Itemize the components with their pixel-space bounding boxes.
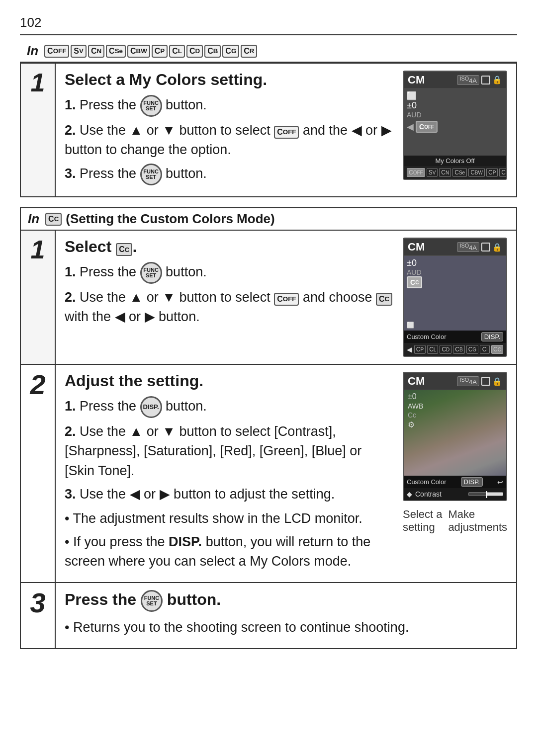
step1-content: Select a My Colors setting. 1. Press the… — [56, 64, 516, 196]
cam-top-bar-1: CM ISO4A 🔒 — [404, 72, 506, 89]
cam-bottom-coff: COFF — [407, 168, 425, 177]
step2a-text-area: Select CC. 1. Press the FUNCSET button. … — [65, 238, 395, 357]
cam-lock-3: 🔒 — [492, 377, 502, 386]
step2a-instruction-2: 2. Use the or button to select COFF and … — [65, 288, 395, 327]
cam-pm: ±0 — [408, 392, 502, 401]
step2b-text-area: Adjust the setting. 1. Press the DISP. b… — [65, 372, 395, 575]
step1-text-area: Select a My Colors setting. 1. Press the… — [65, 71, 395, 189]
step2b-bullet-2: If you press the DISP. button, you will … — [65, 532, 395, 571]
cam-arrow-left-bottom-2: ◀ — [407, 345, 412, 353]
cam-disp-badge-3: DISP. — [461, 477, 483, 487]
cam-custom-label-2: Custom Color — [407, 333, 446, 340]
cam-battery-1: ⬜ — [407, 91, 503, 100]
cam-return-icon: ↩ — [497, 478, 503, 486]
disp-btn-1[interactable]: DISP. — [140, 396, 162, 418]
cam-bottom-cse: CSe — [452, 168, 467, 177]
cam-aud-1: AUD — [407, 111, 503, 119]
cam-bottom-cn: CN — [439, 168, 451, 177]
camera-screen-2: CM ISO4A 🔒 ±0 AUD CC — [403, 238, 507, 357]
cam-contrast-track — [468, 492, 503, 496]
cam-captions: Select a setting Make adjustments — [403, 505, 507, 534]
cam-side-labels: ±0 AWB Cc ⚙ — [404, 390, 506, 431]
step1-with-image: Select a My Colors setting. 1. Press the… — [65, 71, 507, 189]
cam-arrow-left-1: ◀ — [407, 121, 414, 132]
mode-icon-cr: CR — [241, 45, 257, 58]
step2b-list: 1. Press the DISP. button. 2. Use the or… — [65, 396, 395, 504]
cam-icons-right-3: ISO4A 🔒 — [457, 376, 502, 386]
step-num-2a: 1 — [31, 237, 45, 262]
mode-icon-cn: CN — [88, 45, 104, 58]
cam-iso-3: ISO4A — [457, 376, 479, 386]
cam-contrast-fill — [486, 493, 503, 496]
cam-extra-2: ⬜ — [407, 322, 503, 329]
step2a-with-image: Select CC. 1. Press the FUNCSET button. … — [65, 238, 507, 357]
step2b-with-image: Adjust the setting. 1. Press the DISP. b… — [65, 372, 507, 575]
cam-settings-icon: ⚙ — [408, 420, 502, 429]
step1-list: 1. Press the FUNCSET button. 2. Use the … — [65, 95, 395, 185]
cam-body-3: ±0 AWB Cc ⚙ — [404, 390, 506, 476]
cam-cm-label-2: CM — [408, 241, 425, 253]
cam-disp-badge-2: DISP. — [481, 332, 503, 341]
cam-bottom-cp2: CP — [414, 345, 426, 354]
cam-disp-bar-3: Custom Color DISP. ↩ — [404, 476, 506, 488]
step-num-2c: 3 — [30, 589, 45, 617]
cam-value-2: ±0 — [407, 258, 503, 268]
in-label-2: In — [28, 211, 39, 227]
step2b-title: Adjust the setting. — [65, 372, 395, 390]
mode-icon-cg: CG — [222, 45, 239, 58]
section2-sub3-inner: 3 Press the FUNCSET button. Returns you … — [21, 583, 516, 648]
cam-bottom-cg2: CG — [466, 345, 478, 354]
inline-icon-cc-title: CC — [116, 243, 132, 256]
cam-bottom-ci2: Ci — [480, 345, 490, 354]
mode-icon-cse: CSe — [106, 45, 126, 58]
cam-iso-1: ISO4A — [457, 75, 479, 85]
func-btn-1[interactable]: FUNCSET — [140, 95, 162, 117]
step-number-col-2a: 1 — [21, 231, 56, 364]
cam-top-bar-3: CM ISO4A 🔒 — [404, 373, 506, 390]
cam-body-1: ⬜ ±0 AUD ◀ COFF — [404, 89, 506, 156]
camera-screen-1: CM ISO4A 🔒 ⬜ ±0 AUD ◀ COFF — [403, 71, 507, 180]
section2-sub3: 3 Press the FUNCSET button. Returns you … — [20, 583, 517, 649]
cam-contrast-label: Contrast — [415, 490, 465, 498]
cam-lock-2: 🔒 — [492, 243, 502, 252]
cam-icons-right-1: ISO4A 🔒 — [457, 75, 502, 85]
cam-lock-1: 🔒 — [492, 75, 502, 84]
cam-bottom-icons-1: COFF SV CN CSe CBW CP CL ▶ — [407, 168, 507, 177]
step2b-instruction-2: 2. Use the or button to select [Contrast… — [65, 422, 395, 480]
step2b-bullet-1: The adjustment results show in the LCD m… — [65, 509, 395, 528]
step1-title: Select a My Colors setting. — [65, 71, 395, 89]
section2-sub1: 1 Select CC. 1. Press the FUNCSET button… — [20, 230, 517, 365]
page-number: 102 — [20, 15, 517, 35]
step2a-title: Select CC. — [65, 238, 395, 256]
func-btn-4[interactable]: FUNCSET — [141, 590, 163, 612]
section1-step1: 1 Select a My Colors setting. 1. Press t… — [20, 63, 517, 197]
mode-icon-cl: CL — [169, 45, 185, 58]
cam-bottom-bar-2: ◀ CP CL CD CB CG Ci CC — [404, 343, 506, 356]
step-num-1: 1 — [31, 70, 45, 95]
cam-contrast-area: ◆ Contrast — [404, 488, 506, 500]
step-number-col-2c: 3 — [21, 583, 56, 648]
cam-selected-icon-cc: CC — [407, 276, 422, 288]
cam-bottom-cl2: CL — [427, 345, 438, 354]
cam-awb: AWB — [408, 402, 502, 410]
step2b-bullets: The adjustment results show in the LCD m… — [65, 509, 395, 571]
cam-cm-label-1: CM — [408, 74, 425, 86]
func-btn-2[interactable]: FUNCSET — [140, 164, 162, 185]
cam-bottom-cl: CL — [499, 168, 507, 177]
step-number-col-2b: 2 — [21, 365, 56, 582]
mode-icon-cb: CB — [204, 45, 221, 58]
cam-selected-row-1: ◀ COFF — [407, 121, 503, 133]
cam-custom-label-3: Custom Color — [407, 478, 446, 486]
cam-top-bar-2: CM ISO4A 🔒 — [404, 239, 506, 256]
func-btn-3[interactable]: FUNCSET — [140, 262, 162, 284]
cam-arrow-contrast: ◆ — [407, 490, 412, 498]
cam-bottom-sv: SV — [427, 168, 438, 177]
section2-header: In CC (Setting the Custom Colors Mode) — [20, 207, 517, 230]
caption-make-adjust: Make adjustments — [448, 508, 507, 534]
step1-instruction-1: 1. Press the FUNCSET button. — [65, 95, 395, 117]
cam-body-2: ±0 AUD CC ⬜ — [404, 256, 506, 331]
cam-bottom-cp: CP — [486, 168, 498, 177]
step2a-instruction-1: 1. Press the FUNCSET button. — [65, 262, 395, 284]
step2b-instruction-1: 1. Press the DISP. button. — [65, 396, 395, 418]
step2b-camera-area: CM ISO4A 🔒 ±0 AWB Cc — [403, 372, 507, 575]
